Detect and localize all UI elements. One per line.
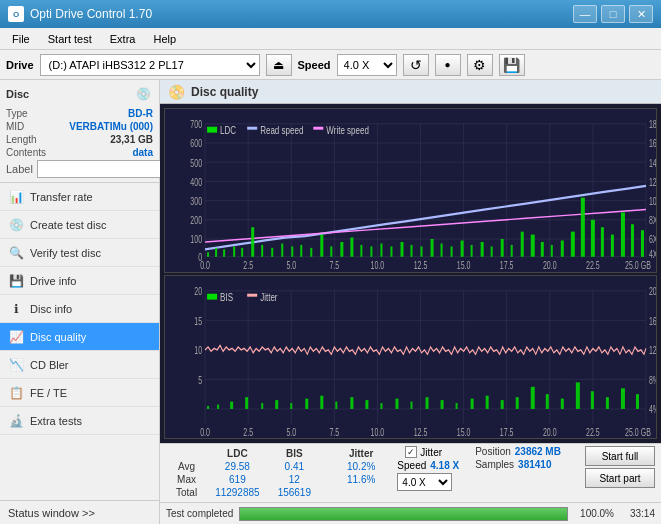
sidebar-item-disc-quality[interactable]: 📈 Disc quality	[0, 323, 159, 351]
sidebar-item-extra-tests[interactable]: 🔬 Extra tests	[0, 407, 159, 435]
time-label: 33:14	[620, 508, 655, 519]
svg-text:12.5: 12.5	[414, 259, 428, 271]
menu-start-test[interactable]: Start test	[40, 31, 100, 47]
sidebar-item-transfer-rate[interactable]: 📊 Transfer rate	[0, 183, 159, 211]
max-ldc: 619	[207, 474, 268, 485]
status-text: Test completed	[166, 508, 233, 519]
svg-rect-145	[350, 397, 353, 409]
svg-rect-62	[350, 238, 353, 257]
svg-text:Write speed: Write speed	[326, 124, 369, 137]
svg-rect-67	[400, 242, 403, 257]
jitter-checkbox[interactable]	[405, 446, 417, 458]
svg-text:14X: 14X	[649, 157, 656, 169]
disc-info-icon: ℹ	[8, 301, 24, 317]
status-window-label: Status window >>	[8, 507, 95, 519]
refresh-button[interactable]: ↺	[403, 54, 429, 76]
sidebar-item-drive-info[interactable]: 💾 Drive info	[0, 267, 159, 295]
svg-rect-74	[471, 245, 473, 257]
svg-rect-77	[501, 239, 504, 257]
svg-text:25.0 GB: 25.0 GB	[625, 426, 651, 438]
speed-info: Speed 4.18 X	[397, 460, 459, 471]
svg-text:8X: 8X	[649, 215, 656, 227]
svg-rect-147	[380, 403, 382, 409]
svg-rect-80	[531, 235, 535, 257]
transfer-rate-icon: 📊	[8, 189, 24, 205]
svg-rect-157	[531, 386, 535, 408]
svg-rect-56	[291, 246, 293, 256]
start-full-button[interactable]: Start full	[585, 446, 655, 466]
svg-rect-141	[290, 403, 292, 409]
stats-bar: LDC BIS Jitter Avg 29.58 0.41 10.2% Max …	[160, 443, 661, 502]
svg-rect-54	[271, 248, 273, 257]
menu-file[interactable]: File	[4, 31, 38, 47]
ldc-chart-svg: 700 600 500 400 300 200 100 0 18X 16X 14…	[165, 109, 656, 272]
svg-text:20.0: 20.0	[543, 259, 557, 271]
svg-text:BIS: BIS	[220, 290, 233, 303]
menu-extra[interactable]: Extra	[102, 31, 144, 47]
extra-tests-label: Extra tests	[30, 415, 82, 427]
svg-rect-153	[471, 398, 474, 408]
svg-rect-165	[207, 293, 217, 299]
menu-help[interactable]: Help	[145, 31, 184, 47]
svg-rect-94	[247, 127, 257, 130]
svg-text:Read speed: Read speed	[260, 124, 303, 137]
maximize-button[interactable]: □	[601, 5, 625, 23]
drive-info-label: Drive info	[30, 275, 76, 287]
start-part-button[interactable]: Start part	[585, 468, 655, 488]
svg-text:20%: 20%	[649, 285, 656, 297]
svg-rect-86	[591, 220, 595, 257]
sidebar-item-cd-bler[interactable]: 📉 CD Bler	[0, 351, 159, 379]
save-button[interactable]: 💾	[499, 54, 525, 76]
svg-rect-72	[451, 246, 453, 256]
svg-text:5: 5	[198, 374, 202, 386]
settings-button[interactable]: ⚙	[467, 54, 493, 76]
svg-rect-51	[241, 248, 243, 257]
app-title: Opti Drive Control 1.70	[30, 7, 152, 21]
cd-bler-icon: 📉	[8, 357, 24, 373]
main-layout: Disc 💿 Type BD-R MID VERBATIMu (000) Len…	[0, 80, 661, 524]
speed-dropdown[interactable]: 4.0 X	[397, 473, 452, 491]
svg-rect-76	[491, 246, 493, 256]
svg-text:15: 15	[194, 315, 202, 327]
svg-rect-79	[521, 232, 524, 257]
svg-rect-143	[320, 395, 323, 408]
drive-select[interactable]: (D:) ATAPI iHBS312 2 PL17	[40, 54, 260, 76]
disc-icon-btn[interactable]: 💿	[133, 84, 153, 104]
svg-text:12X: 12X	[649, 176, 656, 188]
progress-fill	[240, 508, 567, 520]
svg-rect-155	[501, 400, 504, 409]
svg-text:LDC: LDC	[220, 124, 236, 137]
sidebar-item-disc-info[interactable]: ℹ Disc info	[0, 295, 159, 323]
sidebar-item-fe-te[interactable]: 📋 FE / TE	[0, 379, 159, 407]
drive-info-icon: 💾	[8, 273, 24, 289]
close-button[interactable]: ✕	[629, 5, 653, 23]
minimize-button[interactable]: —	[573, 5, 597, 23]
svg-rect-63	[360, 245, 362, 257]
title-bar: O Opti Drive Control 1.70 — □ ✕	[0, 0, 661, 28]
speed-select[interactable]: 4.0 X	[337, 54, 397, 76]
svg-rect-136	[217, 404, 219, 408]
total-ldc: 11292885	[207, 487, 268, 498]
fe-te-icon: 📋	[8, 385, 24, 401]
sidebar-item-create-test-disc[interactable]: 💿 Create test disc	[0, 211, 159, 239]
sidebar-item-verify-test-disc[interactable]: 🔍 Verify test disc	[0, 239, 159, 267]
svg-rect-55	[281, 243, 283, 256]
svg-rect-48	[215, 248, 217, 257]
write-button[interactable]: ●	[435, 54, 461, 76]
eject-button[interactable]: ⏏	[266, 54, 292, 76]
type-label: Type	[6, 108, 28, 119]
length-label: Length	[6, 134, 37, 145]
svg-text:0.0: 0.0	[200, 426, 210, 438]
create-test-icon: 💿	[8, 217, 24, 233]
svg-rect-81	[541, 242, 544, 257]
create-test-label: Create test disc	[30, 219, 106, 231]
status-window-btn[interactable]: Status window >>	[0, 500, 159, 524]
window-controls: — □ ✕	[573, 5, 653, 23]
label-input[interactable]	[37, 160, 170, 178]
svg-text:10.0: 10.0	[371, 259, 385, 271]
svg-rect-150	[426, 397, 429, 409]
svg-text:8%: 8%	[649, 374, 656, 386]
samples-label: Samples	[475, 459, 514, 470]
svg-rect-158	[546, 394, 549, 409]
total-label: Total	[168, 487, 205, 498]
